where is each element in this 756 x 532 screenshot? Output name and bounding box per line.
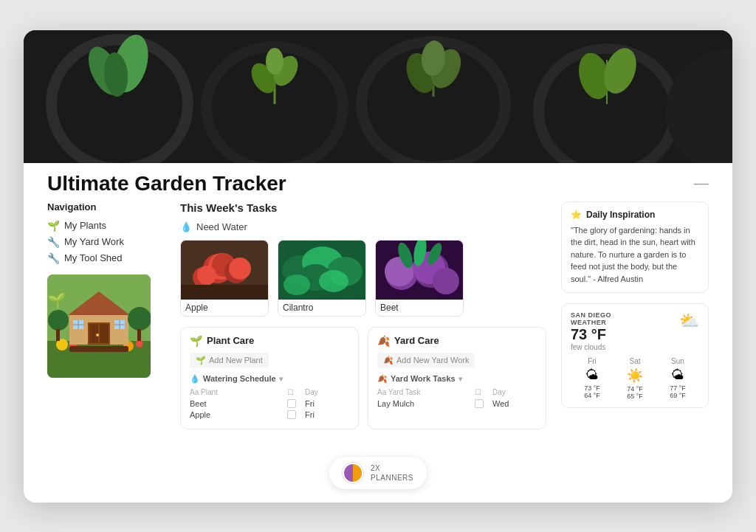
yard-chevron-icon: ▾ <box>458 375 462 383</box>
sat-low: 65 °F <box>614 393 656 400</box>
nav-item-plants[interactable]: 🌱 My Plants <box>47 220 165 232</box>
nav-item-yard-work[interactable]: 🔧 My Yard Work <box>47 236 165 248</box>
mulch-row-day: Wed <box>492 399 537 408</box>
plant-row-apple: Apple Fri <box>190 410 349 419</box>
weather-location-group: SAN DIEGO WEATHER 73 °F few clouds <box>571 311 611 351</box>
plant-col-header: Aa Plant <box>190 388 284 396</box>
inspiration-card: ⭐ Daily Inspiration "The glory of garden… <box>561 201 709 294</box>
tool-shed-icon: 🔧 <box>47 252 60 264</box>
need-water-row: 💧 Need Water <box>180 221 546 232</box>
weather-location: SAN DIEGO WEATHER <box>571 311 611 326</box>
watering-schedule-row[interactable]: 💧 Watering Schedule ▾ <box>190 374 349 384</box>
fri-label: Fri <box>571 357 614 365</box>
sat-icon: ☀️ <box>614 367 656 384</box>
plant-card-beet[interactable]: Beet <box>375 240 464 317</box>
plant-care-icon: 🌱 <box>190 335 202 347</box>
main-content: Navigation 🌱 My Plants 🔧 My Yard Work 🔧 … <box>24 201 732 441</box>
apple-row-day: Fri <box>305 410 349 419</box>
cilantro-image <box>278 241 366 300</box>
inspiration-title: Daily Inspiration <box>586 210 655 220</box>
watering-label: Watering Schedule <box>203 374 276 383</box>
plant-card-cilantro[interactable]: Cilantro <box>278 240 366 317</box>
sat-temps: 74 °F 65 °F <box>614 385 656 400</box>
shed-image <box>47 274 151 378</box>
minimize-button[interactable]: — <box>694 175 709 192</box>
weather-header: SAN DIEGO WEATHER 73 °F few clouds ⛅ <box>571 311 699 351</box>
nav-yard-label: My Yard Work <box>64 236 124 247</box>
plant-row-beet: Beet Fri <box>190 399 349 408</box>
plant-cards: Apple Cilantro <box>180 240 546 317</box>
svg-rect-56 <box>181 285 269 300</box>
add-yard-work-button[interactable]: 🍂 Add New Yard Work <box>377 353 475 368</box>
add-yard-icon: 🍂 <box>383 356 394 365</box>
svg-point-43 <box>48 310 69 331</box>
yard-row-mulch: Lay Mulch Wed <box>377 399 537 408</box>
nav-shed-label: My Tool Shed <box>64 252 123 263</box>
mulch-row-name: Lay Mulch <box>377 399 472 408</box>
plant-care-title: Plant Care <box>207 335 254 346</box>
svg-point-11 <box>266 48 284 75</box>
app-container: 🌱 Ultimate Garden Tracker — Navigation 🌱… <box>24 30 732 502</box>
yard-care-header: 🍂 Yard Care <box>377 335 537 347</box>
sat-label: Sat <box>614 357 656 365</box>
apple-image <box>181 241 269 300</box>
mulch-checkbox[interactable] <box>475 399 484 408</box>
water-schedule-icon: 💧 <box>190 374 200 384</box>
svg-point-53 <box>229 258 251 280</box>
svg-rect-44 <box>56 329 60 341</box>
weather-temp: 73 °F <box>571 326 611 343</box>
weather-icon-main: ⛅ <box>679 311 699 331</box>
weather-label: WEATHER <box>571 319 606 326</box>
beet-row-day: Fri <box>305 399 349 408</box>
plant-card-apple[interactable]: Apple <box>180 240 269 317</box>
weather-desc: few clouds <box>571 343 611 351</box>
badge-logo <box>343 463 363 483</box>
plant-icon-header: 🌱 <box>47 291 66 309</box>
apple-checkbox[interactable] <box>287 410 296 419</box>
sun-label: Sun <box>656 357 699 365</box>
yard-tasks-icon: 🍂 <box>377 374 388 384</box>
dual-cards: 🌱 Plant Care 🌱 Add New Plant 💧 Watering … <box>180 327 546 429</box>
beet-row-name: Beet <box>190 399 284 408</box>
beet-image <box>376 241 464 300</box>
weather-day-sat: Sat ☀️ 74 °F 65 °F <box>614 357 656 400</box>
sun-low: 69 °F <box>656 392 699 399</box>
svg-rect-35 <box>100 324 109 343</box>
badge-text: 2X PLANNERS <box>371 463 413 483</box>
add-plant-button[interactable]: 🌱 Add New Plant <box>190 353 269 368</box>
chevron-down-icon: ▾ <box>279 375 283 383</box>
cilantro-label: Cilantro <box>278 300 365 316</box>
badge-line2: PLANNERS <box>371 473 413 483</box>
svg-point-29 <box>136 340 143 348</box>
yard-task-col-header: Aa Yard Task <box>377 388 472 396</box>
tasks-area: This Week's Tasks 💧 Need Water <box>180 201 546 429</box>
beet-label: Beet <box>376 300 463 316</box>
inspiration-icon: ⭐ <box>571 210 582 220</box>
nav-item-tool-shed[interactable]: 🔧 My Tool Shed <box>47 252 165 264</box>
weather-day-fri: Fri 🌤 73 °F 64 °F <box>571 357 614 400</box>
add-yard-label: Add New Yard Work <box>396 356 469 365</box>
navigation-title: Navigation <box>47 201 165 213</box>
svg-point-69 <box>433 268 459 294</box>
svg-point-63 <box>284 274 310 295</box>
fri-temps: 73 °F 64 °F <box>571 384 614 399</box>
page-header: Ultimate Garden Tracker — <box>24 163 732 201</box>
plant-table-header: Aa Plant ☐ Day <box>190 388 349 396</box>
plant-care-header: 🌱 Plant Care <box>190 335 349 347</box>
add-plant-icon: 🌱 <box>196 356 206 365</box>
yard-tasks-label: Yard Work Tasks <box>391 374 456 383</box>
svg-point-36 <box>96 334 99 336</box>
weather-days: Fri 🌤 73 °F 64 °F Sat ☀️ 74 °F 65 °F <box>571 357 699 400</box>
yard-table-header: Aa Yard Task ☐ Day <box>377 388 537 396</box>
sun-icon: 🌤 <box>656 367 699 383</box>
svg-point-62 <box>319 270 348 292</box>
fri-low: 64 °F <box>571 392 614 399</box>
fri-icon: 🌤 <box>571 367 614 383</box>
beet-checkbox[interactable] <box>287 399 296 408</box>
sidebar: Navigation 🌱 My Plants 🔧 My Yard Work 🔧 … <box>47 201 165 429</box>
weather-day-sun: Sun 🌤 77 °F 69 °F <box>656 357 699 400</box>
hero-svg <box>24 30 732 163</box>
yard-tasks-row[interactable]: 🍂 Yard Work Tasks ▾ <box>377 374 537 384</box>
yard-care-title: Yard Care <box>394 335 439 346</box>
plants-icon: 🌱 <box>47 220 60 232</box>
